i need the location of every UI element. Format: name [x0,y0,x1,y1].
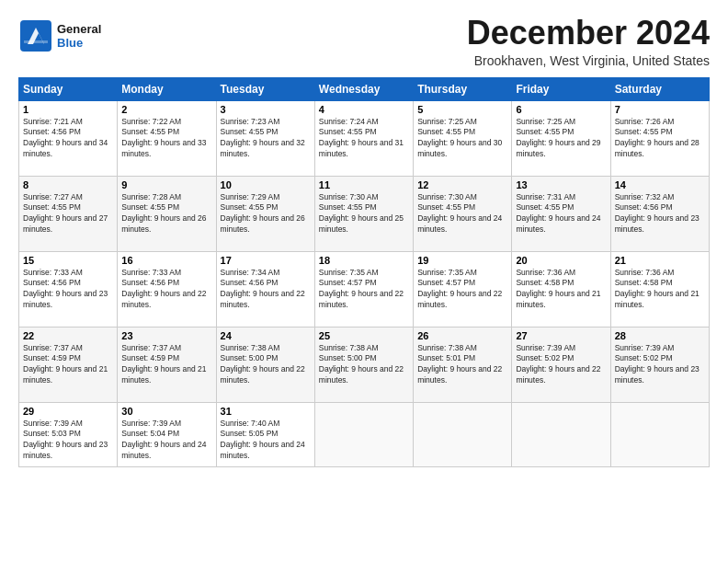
day-number: 2 [121,104,211,115]
day-number: 23 [121,330,211,341]
table-row: 29 Sunrise: 7:39 AM Sunset: 5:03 PM Dayl… [19,402,118,466]
day-info: Sunrise: 7:38 AM Sunset: 5:00 PM Dayligh… [221,343,311,387]
table-row: 5 Sunrise: 7:25 AM Sunset: 4:55 PM Dayli… [414,100,512,176]
day-number: 19 [417,255,507,266]
table-row: 15 Sunrise: 7:33 AM Sunset: 4:56 PM Dayl… [19,251,118,327]
col-saturday: Saturday [610,77,709,100]
table-row: 9 Sunrise: 7:28 AM Sunset: 4:55 PM Dayli… [118,176,216,251]
day-number: 13 [516,179,606,190]
day-info: Sunrise: 7:31 AM Sunset: 4:55 PM Dayligh… [516,192,606,236]
logo-icon [18,18,53,53]
day-number: 18 [319,255,409,266]
table-row: 27 Sunrise: 7:39 AM Sunset: 5:02 PM Dayl… [512,327,610,402]
day-number: 5 [417,104,507,115]
table-row: 8 Sunrise: 7:27 AM Sunset: 4:55 PM Dayli… [19,176,118,251]
table-row: 14 Sunrise: 7:32 AM Sunset: 4:56 PM Dayl… [610,176,709,251]
day-number: 9 [121,179,211,190]
day-info: Sunrise: 7:39 AM Sunset: 5:02 PM Dayligh… [516,343,606,387]
col-tuesday: Tuesday [216,77,314,100]
day-number: 11 [319,179,409,190]
table-row: 2 Sunrise: 7:22 AM Sunset: 4:55 PM Dayli… [118,100,216,176]
day-number: 16 [121,255,211,266]
day-number: 21 [615,255,705,266]
day-info: Sunrise: 7:38 AM Sunset: 5:00 PM Dayligh… [319,343,409,387]
table-row: 3 Sunrise: 7:23 AM Sunset: 4:55 PM Dayli… [216,100,314,176]
table-row: 13 Sunrise: 7:31 AM Sunset: 4:55 PM Dayl… [512,176,610,251]
table-row: 19 Sunrise: 7:35 AM Sunset: 4:57 PM Dayl… [414,251,512,327]
day-number: 31 [221,406,311,417]
day-number: 17 [221,255,311,266]
location-subtitle: Brookhaven, West Virginia, United States [467,53,710,68]
table-row: 22 Sunrise: 7:37 AM Sunset: 4:59 PM Dayl… [19,327,118,402]
day-number: 6 [516,104,606,115]
day-info: Sunrise: 7:23 AM Sunset: 4:55 PM Dayligh… [221,117,311,161]
day-info: Sunrise: 7:34 AM Sunset: 4:56 PM Dayligh… [221,268,311,312]
table-row: 30 Sunrise: 7:39 AM Sunset: 5:04 PM Dayl… [118,402,216,466]
day-number: 28 [615,330,705,341]
day-info: Sunrise: 7:39 AM Sunset: 5:02 PM Dayligh… [615,343,705,387]
table-row: 10 Sunrise: 7:29 AM Sunset: 4:55 PM Dayl… [216,176,314,251]
day-number: 3 [221,104,311,115]
day-info: Sunrise: 7:30 AM Sunset: 4:55 PM Dayligh… [319,192,409,236]
month-title: December 2024 [467,15,710,52]
day-info: Sunrise: 7:30 AM Sunset: 4:55 PM Dayligh… [417,192,507,236]
header: General Blue December 2024 Brookhaven, W… [18,15,710,68]
svg-rect-3 [24,40,48,43]
day-number: 24 [221,330,311,341]
day-info: Sunrise: 7:35 AM Sunset: 4:57 PM Dayligh… [319,268,409,312]
day-info: Sunrise: 7:25 AM Sunset: 4:55 PM Dayligh… [516,117,606,161]
day-info: Sunrise: 7:21 AM Sunset: 4:56 PM Dayligh… [23,117,113,161]
day-info: Sunrise: 7:35 AM Sunset: 4:57 PM Dayligh… [417,268,507,312]
table-row [512,402,610,466]
day-number: 25 [319,330,409,341]
table-row: 1 Sunrise: 7:21 AM Sunset: 4:56 PM Dayli… [19,100,118,176]
col-wednesday: Wednesday [314,77,413,100]
table-row: 18 Sunrise: 7:35 AM Sunset: 4:57 PM Dayl… [314,251,413,327]
day-number: 30 [121,406,211,417]
day-number: 20 [516,255,606,266]
calendar-header-row: Sunday Monday Tuesday Wednesday Thursday… [19,77,710,100]
day-info: Sunrise: 7:36 AM Sunset: 4:58 PM Dayligh… [615,268,705,312]
table-row: 16 Sunrise: 7:33 AM Sunset: 4:56 PM Dayl… [118,251,216,327]
page: General Blue December 2024 Brookhaven, W… [0,0,728,563]
table-row [610,402,709,466]
day-number: 26 [417,330,507,341]
table-row: 28 Sunrise: 7:39 AM Sunset: 5:02 PM Dayl… [610,327,709,402]
table-row: 24 Sunrise: 7:38 AM Sunset: 5:00 PM Dayl… [216,327,314,402]
table-row: 12 Sunrise: 7:30 AM Sunset: 4:55 PM Dayl… [414,176,512,251]
day-number: 15 [23,255,113,266]
table-row: 20 Sunrise: 7:36 AM Sunset: 4:58 PM Dayl… [512,251,610,327]
day-info: Sunrise: 7:24 AM Sunset: 4:55 PM Dayligh… [319,117,409,161]
col-friday: Friday [512,77,610,100]
col-monday: Monday [118,77,216,100]
calendar-table: Sunday Monday Tuesday Wednesday Thursday… [18,77,710,467]
day-number: 8 [23,179,113,190]
day-number: 12 [417,179,507,190]
day-number: 1 [23,104,113,115]
table-row: 6 Sunrise: 7:25 AM Sunset: 4:55 PM Dayli… [512,100,610,176]
table-row: 4 Sunrise: 7:24 AM Sunset: 4:55 PM Dayli… [314,100,413,176]
table-row: 26 Sunrise: 7:38 AM Sunset: 5:01 PM Dayl… [414,327,512,402]
day-info: Sunrise: 7:33 AM Sunset: 4:56 PM Dayligh… [121,268,211,312]
day-number: 4 [319,104,409,115]
day-info: Sunrise: 7:38 AM Sunset: 5:01 PM Dayligh… [417,343,507,387]
day-info: Sunrise: 7:22 AM Sunset: 4:55 PM Dayligh… [121,117,211,161]
logo: General Blue [18,18,101,53]
day-info: Sunrise: 7:36 AM Sunset: 4:58 PM Dayligh… [516,268,606,312]
day-info: Sunrise: 7:28 AM Sunset: 4:55 PM Dayligh… [121,192,211,236]
table-row [314,402,413,466]
table-row: 11 Sunrise: 7:30 AM Sunset: 4:55 PM Dayl… [314,176,413,251]
table-row: 23 Sunrise: 7:37 AM Sunset: 4:59 PM Dayl… [118,327,216,402]
day-info: Sunrise: 7:39 AM Sunset: 5:04 PM Dayligh… [121,419,211,463]
day-info: Sunrise: 7:27 AM Sunset: 4:55 PM Dayligh… [23,192,113,236]
day-number: 29 [23,406,113,417]
day-number: 22 [23,330,113,341]
table-row [414,402,512,466]
title-block: December 2024 Brookhaven, West Virginia,… [467,15,710,68]
col-thursday: Thursday [414,77,512,100]
day-info: Sunrise: 7:37 AM Sunset: 4:59 PM Dayligh… [23,343,113,387]
day-number: 27 [516,330,606,341]
day-info: Sunrise: 7:26 AM Sunset: 4:55 PM Dayligh… [615,117,705,161]
col-sunday: Sunday [19,77,118,100]
day-number: 14 [615,179,705,190]
